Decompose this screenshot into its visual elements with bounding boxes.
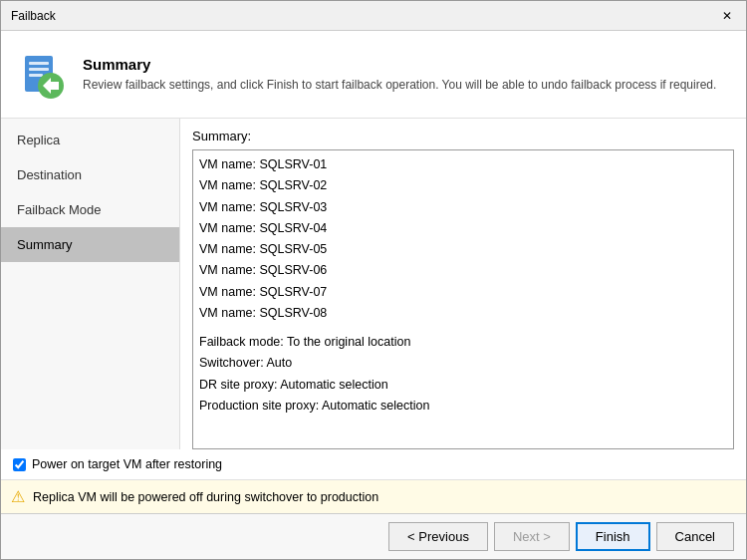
summary-item: VM name: SQLSRV-02 (199, 175, 727, 196)
power-on-checkbox[interactable] (13, 458, 26, 471)
sidebar-item-failback-mode[interactable]: Failback Mode (1, 192, 179, 227)
warning-icon: ⚠ (11, 487, 25, 506)
summary-item: DR site proxy: Automatic selection (199, 375, 727, 396)
header-text-block: Summary Review failback settings, and cl… (83, 56, 730, 94)
summary-item: VM name: SQLSRV-03 (199, 197, 727, 218)
summary-item: VM name: SQLSRV-05 (199, 239, 727, 260)
header-icon (17, 50, 67, 100)
checkbox-bar: Power on target VM after restoring (1, 449, 746, 479)
next-button[interactable]: Next > (494, 522, 570, 551)
summary-label: Summary: (192, 129, 734, 143)
summary-item: VM name: SQLSRV-08 (199, 303, 727, 324)
summary-item: Switchover: Auto (199, 353, 727, 374)
header-title: Summary (83, 56, 730, 73)
previous-button[interactable]: < Previous (388, 522, 488, 551)
footer: < Previous Next > Finish Cancel (1, 513, 746, 559)
close-button[interactable]: ✕ (718, 9, 736, 23)
warning-bar: ⚠ Replica VM will be powered off during … (1, 479, 746, 513)
svg-rect-2 (29, 68, 49, 71)
power-on-label: Power on target VM after restoring (32, 457, 222, 471)
dialog-window: Failback ✕ Summary Review failback setti… (0, 0, 747, 560)
title-bar: Failback ✕ (1, 1, 746, 31)
sidebar-item-replica[interactable]: Replica (1, 123, 179, 157)
summary-item: VM name: SQLSRV-01 (199, 154, 727, 175)
summary-list-container: VM name: SQLSRV-01VM name: SQLSRV-02VM n… (192, 149, 734, 449)
summary-item: Failback mode: To the original location (199, 332, 727, 353)
warning-text: Replica VM will be powered off during sw… (33, 490, 378, 504)
cancel-button[interactable]: Cancel (656, 522, 734, 551)
header-subtitle: Review failback settings, and click Fini… (83, 77, 730, 94)
summary-item: Production site proxy: Automatic selecti… (199, 396, 727, 417)
svg-rect-3 (29, 74, 43, 77)
main-area: Summary: VM name: SQLSRV-01VM name: SQLS… (180, 119, 746, 449)
summary-item: VM name: SQLSRV-04 (199, 218, 727, 239)
summary-item: VM name: SQLSRV-06 (199, 260, 727, 281)
sidebar: ReplicaDestinationFailback ModeSummary (1, 119, 180, 449)
svg-rect-1 (29, 62, 49, 65)
summary-list[interactable]: VM name: SQLSRV-01VM name: SQLSRV-02VM n… (193, 150, 733, 448)
title-bar-text: Failback (11, 9, 56, 23)
sidebar-item-summary[interactable]: Summary (1, 227, 179, 262)
summary-item: VM name: SQLSRV-07 (199, 282, 727, 303)
header: Summary Review failback settings, and cl… (1, 31, 746, 119)
content-area: ReplicaDestinationFailback ModeSummary S… (1, 119, 746, 449)
sidebar-item-destination[interactable]: Destination (1, 157, 179, 192)
finish-button[interactable]: Finish (576, 522, 650, 551)
